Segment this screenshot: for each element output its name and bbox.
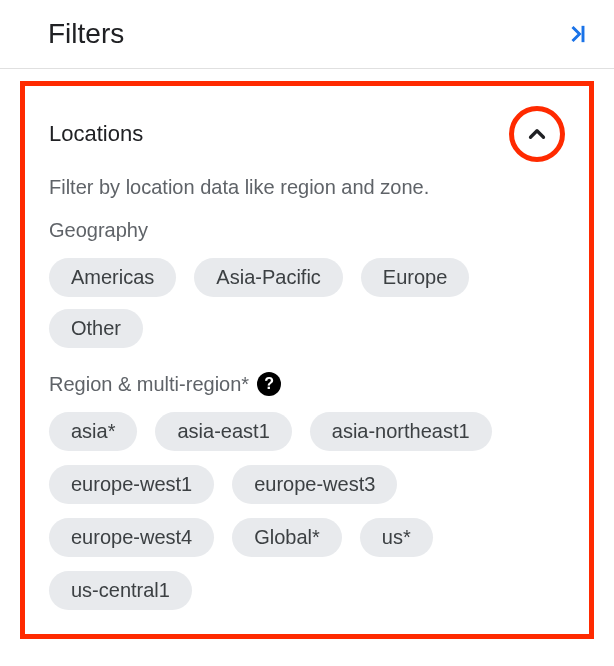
locations-filter-panel: Locations Filter by location data like r… [20, 81, 594, 639]
collapse-panel-icon[interactable] [562, 20, 590, 48]
region-chip[interactable]: europe-west1 [49, 465, 214, 504]
region-chip[interactable]: asia-east1 [155, 412, 291, 451]
region-chip[interactable]: asia* [49, 412, 137, 451]
region-group-label: Region & multi-region* ? [49, 372, 565, 396]
region-chip[interactable]: us-central1 [49, 571, 192, 610]
geography-chip[interactable]: Europe [361, 258, 470, 297]
geography-chips: AmericasAsia-PacificEuropeOther [49, 258, 565, 348]
region-chip[interactable]: europe-west3 [232, 465, 397, 504]
geography-chip[interactable]: Asia-Pacific [194, 258, 342, 297]
locations-title: Locations [49, 121, 143, 147]
filters-header: Filters [0, 0, 614, 69]
region-chips: asia*asia-east1asia-northeast1europe-wes… [49, 412, 565, 610]
locations-description: Filter by location data like region and … [49, 176, 565, 199]
page-title: Filters [48, 18, 124, 50]
region-group-text: Region & multi-region* [49, 373, 249, 396]
chevron-up-icon [524, 121, 550, 147]
geography-chip[interactable]: Other [49, 309, 143, 348]
collapse-section-button[interactable] [509, 106, 565, 162]
help-icon[interactable]: ? [257, 372, 281, 396]
region-chip[interactable]: asia-northeast1 [310, 412, 492, 451]
region-chip[interactable]: europe-west4 [49, 518, 214, 557]
region-chip[interactable]: us* [360, 518, 433, 557]
region-chip[interactable]: Global* [232, 518, 342, 557]
geography-group-label: Geography [49, 219, 565, 242]
geography-chip[interactable]: Americas [49, 258, 176, 297]
